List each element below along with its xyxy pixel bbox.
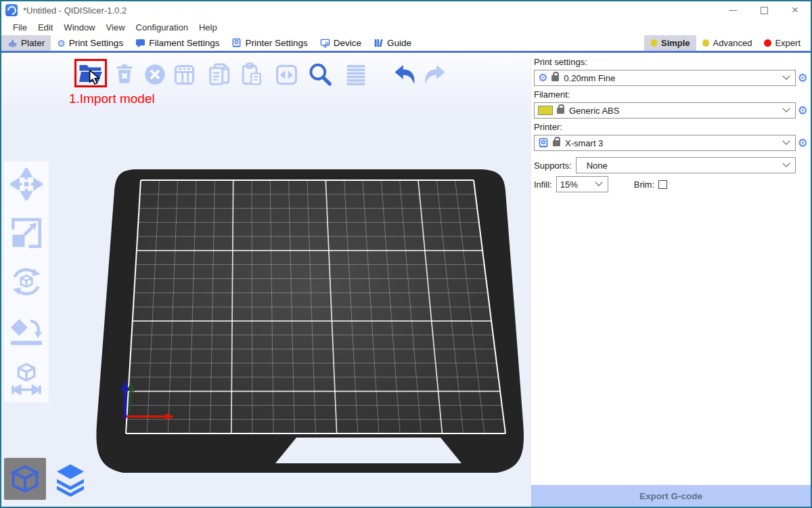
chevron-down-icon — [595, 179, 602, 186]
gear-icon — [538, 72, 547, 83]
delete-all-icon — [143, 63, 166, 86]
edit-print-settings-button[interactable] — [796, 71, 809, 85]
tab-print-settings[interactable]: Print Settings — [51, 35, 129, 51]
place-on-face-tool-button[interactable] — [9, 313, 44, 348]
filament-dropdown[interactable]: Generic ABS — [534, 102, 796, 119]
printer-value: X-smart 3 — [565, 138, 603, 148]
minimize-icon — [729, 10, 737, 11]
split-icon — [275, 63, 298, 87]
viewport-3d[interactable]: 1.Import model — [1, 53, 531, 507]
tab-printer-settings[interactable]: Printer Settings — [225, 35, 313, 51]
lock-icon — [551, 75, 559, 81]
chevron-down-icon — [782, 160, 790, 167]
menu-help[interactable]: Help — [194, 22, 223, 33]
delete-all-button[interactable] — [142, 61, 168, 88]
close-icon — [792, 4, 798, 16]
mode-simple[interactable]: Simple — [644, 35, 696, 51]
arrange-icon — [173, 64, 196, 86]
device-icon — [320, 38, 330, 48]
tab-bar: Plater Print Settings Filament Settings … — [1, 35, 811, 53]
edit-filament-button[interactable] — [796, 104, 809, 118]
minimize-button[interactable] — [717, 1, 748, 19]
undo-button[interactable] — [392, 61, 418, 88]
mode-label: Advanced — [713, 38, 752, 48]
tab-label: Plater — [21, 38, 45, 48]
brim-label: Brim: — [634, 179, 654, 190]
brim-checkbox[interactable] — [658, 180, 667, 189]
chevron-down-icon — [782, 105, 790, 112]
move-tool-button[interactable] — [9, 167, 44, 202]
chevron-down-icon — [782, 72, 790, 80]
paste-button[interactable] — [239, 61, 265, 88]
chevron-down-icon — [782, 137, 790, 145]
maximize-button[interactable] — [748, 1, 780, 19]
redo-icon — [422, 62, 447, 87]
plater-icon — [7, 38, 18, 48]
hexagon-icon — [702, 39, 710, 47]
menu-bar: File Edit Window View Configuration Help — [1, 19, 811, 35]
supports-value: None — [587, 161, 608, 171]
variable-layer-height-button[interactable] — [343, 61, 369, 88]
hexagon-icon — [650, 39, 658, 47]
circle-icon — [764, 39, 771, 47]
menu-view[interactable]: View — [101, 22, 131, 33]
scale-tool-button[interactable] — [9, 215, 44, 251]
mode-switcher: Simple Advanced Expert — [644, 35, 807, 51]
print-settings-value: 0.20mm Fine — [564, 73, 615, 83]
edit-printer-button[interactable] — [796, 136, 809, 150]
print-settings-label: Print settings: — [534, 57, 809, 68]
tab-guide[interactable]: Guide — [367, 35, 418, 51]
infill-dropdown[interactable]: 15% — [556, 176, 608, 192]
mode-expert[interactable]: Expert — [758, 35, 807, 51]
print-bed — [1, 53, 531, 507]
layers-stack-icon — [54, 463, 87, 496]
scale-icon — [10, 217, 43, 249]
view-layers-preview-button[interactable] — [50, 459, 91, 500]
move-icon — [10, 168, 43, 200]
tab-label: Printer Settings — [245, 38, 307, 48]
menu-edit[interactable]: Edit — [32, 22, 58, 33]
app-window: *Untitled - QIDISlicer-1.0.2 File Edit W… — [0, 0, 812, 508]
rotate-icon — [9, 265, 43, 299]
tab-device[interactable]: Device — [314, 35, 367, 51]
rotate-tool-button[interactable] — [9, 264, 44, 299]
lock-icon — [553, 140, 560, 146]
tutorial-annotation: 1.Import model — [69, 91, 155, 106]
arrange-button[interactable] — [171, 61, 197, 88]
menu-file[interactable]: File — [7, 22, 32, 33]
export-gcode-button[interactable]: Export G-code — [531, 485, 811, 507]
delete-button[interactable] — [112, 61, 137, 88]
search-button[interactable] — [307, 61, 333, 88]
menu-configuration[interactable]: Configuration — [131, 22, 194, 33]
gear-icon — [57, 39, 66, 48]
cursor-icon — [89, 70, 102, 85]
filament-color-swatch — [538, 106, 553, 115]
tab-label: Guide — [387, 38, 411, 48]
filament-label: Filament: — [534, 89, 809, 100]
infill-label: Infill: — [534, 179, 552, 190]
tab-filament-settings[interactable]: Filament Settings — [129, 35, 225, 51]
split-button[interactable] — [273, 61, 299, 88]
supports-dropdown[interactable]: None — [576, 157, 796, 173]
filament-value: Generic ABS — [569, 106, 619, 116]
supports-label: Supports: — [534, 161, 572, 171]
close-button[interactable] — [780, 1, 811, 19]
scale-to-fit-icon — [9, 362, 43, 396]
tab-plater[interactable]: Plater — [1, 35, 51, 51]
mode-label: Expert — [775, 38, 800, 48]
print-settings-dropdown[interactable]: 0.20mm Fine — [534, 70, 796, 86]
scale-to-fit-tool-button[interactable] — [9, 362, 44, 397]
printer-dropdown[interactable]: X-smart 3 — [534, 135, 796, 151]
gizmo-toolbar — [4, 161, 49, 402]
lock-icon — [557, 108, 564, 114]
copy-button[interactable] — [207, 61, 233, 88]
menu-window[interactable]: Window — [58, 22, 100, 33]
paste-icon — [240, 62, 264, 87]
view-3d-editor-button[interactable] — [4, 458, 46, 500]
mode-advanced[interactable]: Advanced — [696, 35, 759, 51]
place-on-face-icon — [9, 314, 43, 347]
redo-button[interactable] — [422, 61, 447, 88]
cube-3d-icon — [9, 463, 41, 494]
tab-label: Device — [334, 38, 361, 48]
copy-icon — [208, 62, 232, 87]
